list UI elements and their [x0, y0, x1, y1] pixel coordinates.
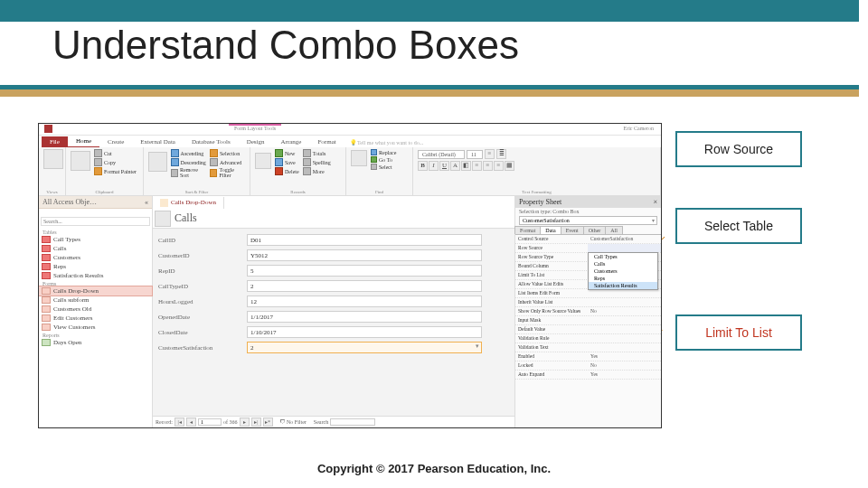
close-icon[interactable]: × — [653, 198, 657, 206]
prop-row[interactable]: Show Only Row Source ValuesNo — [515, 307, 661, 316]
form-item[interactable]: View Customers — [39, 323, 152, 332]
prop-tab-event[interactable]: Event — [561, 226, 584, 234]
underline-button[interactable]: U — [439, 161, 449, 171]
refresh-icon[interactable] — [255, 153, 271, 169]
table-item[interactable]: Satisfaction Results — [39, 271, 152, 280]
prop-row[interactable]: Inherit Value List — [515, 298, 661, 307]
prop-row[interactable]: Auto ExpandYes — [515, 371, 661, 380]
prop-value[interactable] — [588, 334, 661, 343]
tab-home[interactable]: Home — [68, 136, 99, 147]
align-left-button[interactable]: ≡ — [472, 161, 482, 171]
prop-tab-data[interactable]: Data — [540, 226, 561, 234]
prop-value[interactable] — [588, 325, 661, 333]
numbering-icon[interactable]: ≣ — [496, 149, 506, 159]
prop-tab-format[interactable]: Format — [514, 226, 541, 234]
bullets-icon[interactable]: ≡ — [485, 149, 495, 159]
dropdown-item[interactable]: Satisfaction Results — [589, 282, 657, 289]
prop-tab-all[interactable]: All — [605, 226, 623, 234]
report-item[interactable]: Days Open — [39, 338, 152, 347]
font-size[interactable]: 11 — [467, 150, 483, 159]
totals-button[interactable]: Totals — [303, 149, 331, 157]
form-item[interactable]: Customers Old — [39, 305, 152, 314]
prop-row[interactable]: Validation Text — [515, 343, 661, 352]
prop-value[interactable]: CustomerSatisfaction — [588, 235, 661, 243]
last-record-button[interactable]: ▸| — [251, 418, 261, 427]
font-name[interactable]: Calibri (Detail) — [418, 150, 465, 159]
prev-record-button[interactable]: ◂ — [186, 418, 196, 427]
dropdown-item[interactable]: Reps — [589, 275, 657, 282]
ascending-button[interactable]: Ascending — [171, 149, 206, 157]
prop-row[interactable]: EnabledYes — [515, 352, 661, 361]
advanced-button[interactable]: Advanced — [210, 158, 245, 166]
paste-icon[interactable] — [71, 151, 90, 171]
prop-row[interactable]: List Items Edit Form — [515, 289, 661, 298]
bold-button[interactable]: B — [418, 161, 428, 171]
select-button[interactable]: Select — [371, 164, 396, 170]
tab-design[interactable]: Design — [239, 136, 273, 147]
form-item[interactable]: Calls subform — [39, 296, 152, 305]
nav-header[interactable]: All Access Obje… « — [39, 196, 152, 209]
prop-value[interactable]: No — [588, 361, 661, 370]
view-icon[interactable] — [43, 149, 63, 169]
table-item[interactable]: Customers — [39, 253, 152, 262]
record-number-input[interactable] — [198, 418, 222, 426]
field-value[interactable]: 12 — [247, 296, 482, 307]
prop-row[interactable]: LockedNo — [515, 361, 661, 371]
doc-tab[interactable]: Calls Drop-Down — [153, 197, 224, 209]
prop-value[interactable] — [588, 316, 661, 324]
italic-button[interactable]: I — [429, 161, 439, 171]
field-value[interactable]: 1/10/2017 — [247, 326, 482, 338]
descending-button[interactable]: Descending — [171, 158, 206, 166]
prop-value[interactable]: No — [588, 307, 661, 315]
dropdown-item[interactable]: Call Types — [589, 253, 657, 260]
form-item[interactable]: Calls Drop-Down — [39, 286, 152, 296]
format-painter-button[interactable]: Format Painter — [94, 167, 137, 175]
goto-button[interactable]: Go To — [371, 156, 396, 163]
prop-value[interactable] — [588, 298, 661, 306]
prop-value[interactable] — [588, 244, 661, 252]
table-item[interactable]: Reps — [39, 262, 152, 271]
prop-value[interactable]: Yes — [588, 352, 661, 361]
combo-box-field[interactable]: 2 — [247, 342, 482, 353]
new-button[interactable]: New — [275, 149, 299, 157]
save-button[interactable]: Save — [275, 158, 299, 166]
prop-tab-other[interactable]: Other — [583, 226, 607, 234]
align-right-button[interactable]: ≡ — [494, 161, 504, 171]
more-button[interactable]: More — [303, 167, 331, 175]
align-center-button[interactable]: ≡ — [483, 161, 493, 171]
fill-color-button[interactable]: ◧ — [461, 161, 471, 171]
remove-sort-button[interactable]: Remove Sort — [171, 167, 206, 178]
dropdown-item[interactable]: Customers — [589, 267, 657, 275]
toggle-filter-button[interactable]: Toggle Filter — [210, 167, 245, 178]
form-item[interactable]: Edit Customers — [39, 314, 152, 323]
prop-value[interactable] — [588, 289, 661, 297]
delete-button[interactable]: Delete — [275, 167, 299, 175]
search-input[interactable] — [41, 217, 150, 226]
replace-button[interactable]: Replace — [371, 149, 396, 155]
filter-icon[interactable] — [148, 152, 167, 172]
selected-control-dropdown[interactable]: CustomerSatisfaction — [519, 216, 657, 225]
prop-row[interactable]: Control SourceCustomerSatisfaction — [515, 235, 661, 244]
prop-row[interactable]: Input Mask — [515, 316, 661, 325]
tell-me[interactable]: 💡 Tell me what you want to do... — [344, 137, 429, 147]
find-icon[interactable] — [351, 150, 367, 166]
field-value[interactable]: 1/1/2017 — [247, 311, 482, 323]
recnav-search-input[interactable] — [330, 418, 375, 426]
cut-button[interactable]: Cut — [94, 149, 137, 157]
field-value[interactable]: 2 — [247, 280, 482, 292]
tab-database-tools[interactable]: Database Tools — [184, 136, 239, 147]
first-record-button[interactable]: |◂ — [175, 418, 184, 427]
new-record-button[interactable]: ▸* — [263, 418, 273, 427]
copy-button[interactable]: Copy — [94, 158, 137, 166]
spelling-button[interactable]: Spelling — [303, 158, 331, 166]
gridlines-button[interactable]: ▦ — [505, 161, 514, 171]
prop-row[interactable]: Validation Rule — [515, 334, 661, 343]
selection-button[interactable]: Selection — [210, 149, 245, 157]
field-value[interactable]: D01 — [247, 234, 482, 246]
table-item[interactable]: Call Types — [39, 235, 152, 244]
font-color-button[interactable]: A — [450, 161, 460, 171]
dropdown-item[interactable]: Calls — [589, 260, 657, 267]
tab-file[interactable]: File — [42, 136, 68, 147]
table-item[interactable]: Calls — [39, 244, 152, 253]
field-value[interactable]: 5 — [247, 265, 482, 277]
